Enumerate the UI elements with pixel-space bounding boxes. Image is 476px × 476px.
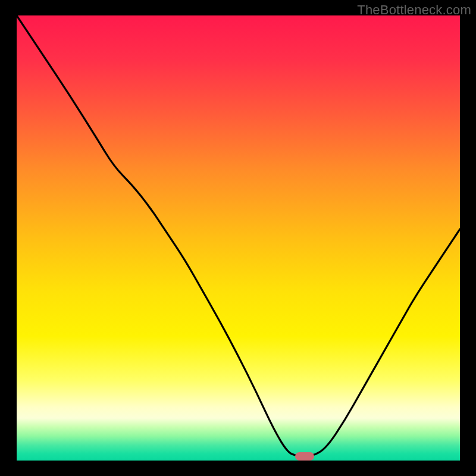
watermark-text: TheBottleneck.com xyxy=(357,2,471,18)
bottleneck-curve xyxy=(17,15,460,461)
selected-config-marker xyxy=(295,452,314,461)
plot-area xyxy=(17,15,460,461)
chart-frame: TheBottleneck.com xyxy=(0,0,476,476)
